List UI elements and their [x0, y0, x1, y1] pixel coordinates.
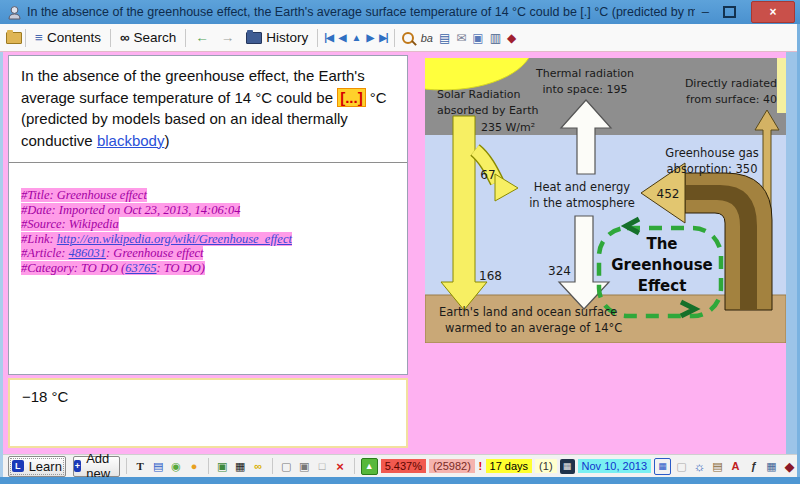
direct-label-1: Directly radiated [685, 77, 777, 90]
frame-icon[interactable]: □ [315, 459, 330, 474]
question-before-cloze: In the absence of the greenhouse effect,… [21, 67, 365, 106]
status-separator [272, 458, 273, 474]
reference-books-icon[interactable]: ▤ [710, 459, 725, 474]
element-count-badge[interactable]: (25982) [429, 459, 475, 473]
image-icon[interactable]: ▣ [215, 459, 230, 474]
value-452: 452 [657, 187, 680, 201]
nav-up-button[interactable]: ▲ [352, 32, 361, 43]
clock-icon[interactable]: ● [187, 459, 202, 474]
toolbar-separator [185, 29, 186, 47]
answer-panel[interactable]: −18 °C [8, 378, 408, 448]
wikipedia-link[interactable]: http://en.wikipedia.org/wiki/Greenhouse_… [57, 232, 292, 246]
blackbody-link[interactable]: blackbody [97, 132, 165, 149]
priority-icon[interactable]: ▲ [361, 458, 378, 475]
workspace-icon[interactable]: ▦ [764, 459, 779, 474]
window-bottom-border [0, 477, 800, 484]
maximize-button[interactable] [723, 6, 736, 18]
history-folder-icon [246, 32, 262, 44]
meta-source-line: #Source: Wikipedia [21, 217, 395, 232]
surface-label-2: warmed to an average of 14°C [445, 321, 622, 335]
history-button[interactable]: History [240, 28, 314, 47]
direct-label-2: from surface: 40 [686, 93, 777, 106]
functions-icon[interactable]: ƒ [746, 459, 761, 474]
contents-button[interactable]: ≡ Contents [29, 28, 107, 47]
contents-icon: ≡ [35, 30, 43, 45]
delete-icon[interactable]: × [333, 459, 348, 474]
app-icon [7, 5, 22, 20]
screen-icon[interactable]: ▦ [233, 459, 248, 474]
ghg-label-1: Greenhouse gas [665, 146, 759, 160]
meta-category-line: #Category: TO DO (63765: TO DO) [21, 261, 395, 276]
window-title: In the absence of the greenhouse effect,… [27, 5, 695, 19]
forward-button[interactable]: → [215, 28, 241, 47]
question-text: In the absence of the greenhouse effect,… [9, 56, 407, 151]
category-id-link[interactable]: 63765 [125, 261, 156, 275]
learn-button[interactable]: L Learn [8, 456, 66, 477]
open-collection-icon[interactable] [6, 32, 22, 44]
nav-first-button[interactable]: |◀ [324, 32, 333, 43]
solar-label-2: absorbed by Earth [437, 104, 538, 117]
nav-prev-button[interactable]: ◀ [339, 32, 346, 43]
cloze-placeholder: [...] [337, 88, 366, 107]
glasses-icon[interactable]: ∞ [251, 459, 266, 474]
duplicate-icon[interactable]: ▣ [297, 459, 312, 474]
find-text-icon[interactable]: ba [421, 32, 433, 44]
add-new-button[interactable]: + Add new [73, 456, 120, 477]
queue-count-badge[interactable]: (1) [535, 459, 556, 473]
gear-globe-icon[interactable]: ☼ [692, 459, 707, 474]
value-324: 324 [548, 264, 571, 278]
interval-badge[interactable]: 17 days [486, 459, 533, 473]
effect-label-2: Greenhouse [611, 256, 713, 274]
notes-icon[interactable]: ▥ [490, 31, 501, 45]
back-button[interactable]: ← [189, 28, 215, 47]
help-book-icon[interactable]: ◆ [782, 459, 797, 474]
copy-icon[interactable]: ▢ [279, 459, 294, 474]
zoom-icon[interactable] [402, 32, 414, 44]
calendar-day-icon[interactable]: ▦ [654, 458, 671, 475]
toolbar-separator [25, 29, 26, 47]
learn-icon: L [12, 460, 24, 472]
meta-date-line: #Date: Imported on Oct 23, 2013, 14:06:0… [21, 203, 395, 218]
cascade-windows-icon[interactable]: ▣ [472, 31, 483, 45]
article-id-link[interactable]: 486031 [69, 246, 107, 260]
solar-label-3: 235 W/m² [481, 121, 535, 134]
nav-next-button[interactable]: ▶ [366, 32, 373, 43]
status-separator [126, 458, 127, 474]
page-icon[interactable]: ▢ [674, 459, 689, 474]
question-after-link: ) [164, 132, 169, 149]
value-67: 67 [480, 168, 495, 182]
help-red-book-icon[interactable]: ◆ [507, 31, 516, 45]
effect-label-3: Effect [638, 277, 687, 295]
status-toolbar: L Learn + Add new T ▤ ◉ ● ▣ ▦ ∞ ▢ ▣ □ × … [0, 454, 800, 477]
template-book-icon[interactable]: ▤ [151, 459, 166, 474]
heat-label-2: in the atmosphere [529, 196, 635, 210]
history-label: History [266, 30, 308, 45]
text-format-icon[interactable]: T [133, 459, 148, 474]
status-separator [208, 458, 209, 474]
question-panel[interactable]: In the absence of the greenhouse effect,… [8, 55, 408, 375]
exclamation-icon[interactable]: ! [478, 460, 483, 472]
calendar-icon[interactable]: ▦ [560, 459, 575, 474]
solar-label-1: Solar Radiation [437, 88, 521, 101]
surface-label-1: Earth's land and ocean surface [439, 305, 617, 319]
binoculars-icon: ∞ [120, 30, 130, 45]
green-globe-icon[interactable]: ◉ [169, 459, 184, 474]
thermal-label-1: Thermal radiation [535, 67, 634, 80]
greenhouse-diagram-image[interactable]: Solar Radiation absorbed by Earth 235 W/… [425, 58, 786, 343]
statistics-icon[interactable]: A [728, 459, 743, 474]
question-divider [9, 162, 407, 163]
mail-icon[interactable]: ✉ [456, 31, 466, 45]
close-button[interactable]: × [751, 1, 795, 23]
main-toolbar: ≡ Contents ∞ Search ← → History |◀ ◀ ▲ ▶… [0, 24, 800, 52]
next-repetition-date[interactable]: Nov 10, 2013 [578, 459, 651, 473]
meta-article-line: #Article: 486031: Greenhouse effect [21, 246, 395, 261]
answer-text: −18 °C [22, 388, 68, 405]
contents-label: Contents [47, 30, 101, 45]
search-button[interactable]: ∞ Search [114, 28, 182, 47]
retention-badge[interactable]: 5.437% [381, 459, 426, 473]
nav-last-button[interactable]: ▶| [379, 32, 388, 43]
metadata-block: #Title: Greenhouse effect #Date: Importe… [21, 188, 395, 275]
minimize-button[interactable]: – [702, 2, 709, 22]
read-book-icon[interactable]: ▤ [439, 31, 450, 45]
toolbar-separator [110, 29, 111, 47]
